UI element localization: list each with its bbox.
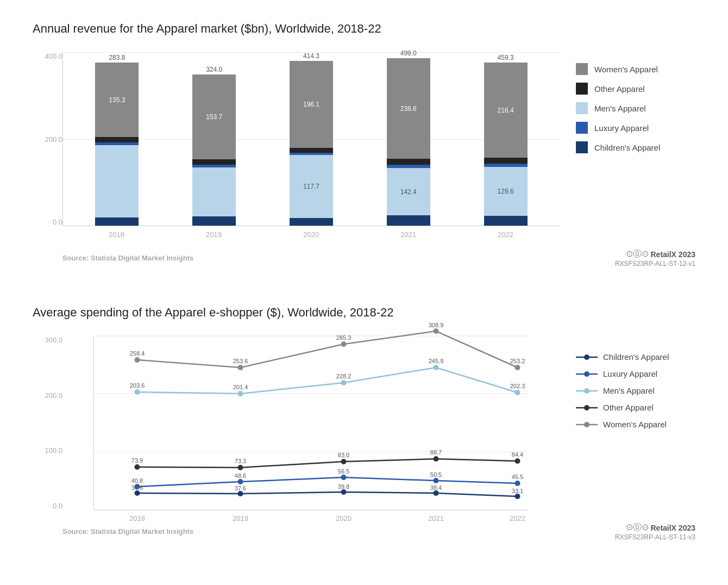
dot-other-2019 xyxy=(238,465,243,470)
dot-womens-2018 xyxy=(135,357,140,363)
chart1-container: 400.0 200.0 0.0 283.8 xyxy=(33,52,560,239)
bar-2021-top-label: 499.0 xyxy=(387,49,430,57)
legend-label-line-luxury: Luxury Apparel xyxy=(603,369,657,378)
cc-icon2: ⊙⓪⊙ xyxy=(626,522,649,533)
dot-luxury-2019 xyxy=(238,479,243,484)
label-mens-2022: 202.3 xyxy=(510,383,525,389)
legend-womens-apparel: Women's Apparel xyxy=(576,63,695,75)
label-other-2018: 73.9 xyxy=(131,457,143,464)
bar-2019: 324.0 153.7 xyxy=(192,66,236,226)
chart2-retailx: ⊙⓪⊙ RetailX 2023 RXSFS23RP-ALL-ST-11-v3 xyxy=(615,522,695,541)
y-label-400: 400.0 xyxy=(45,52,62,60)
legend-label-childrens: Children's Apparel xyxy=(594,143,660,152)
legend-other-apparel: Other Apparel xyxy=(576,83,695,95)
line-chart-svg: 258.4 253.6 285.3 308.9 253.2 xyxy=(62,336,560,510)
legend-line-luxury: Luxury Apparel xyxy=(576,369,695,378)
chart1-code: RXSFS23RP-ALL-ST-12-v1 xyxy=(615,260,695,267)
chart1-retailx: ⊙⓪⊙ RetailX 2023 RXSFS23RP-ALL-ST-12-v1 xyxy=(615,248,695,267)
dot-luxury-2022 xyxy=(515,481,520,486)
bar-2019-womens: 153.7 xyxy=(206,113,222,121)
legend-color-mens xyxy=(576,102,588,114)
label-mens-2018: 203.6 xyxy=(130,382,145,389)
legend-color-womens xyxy=(576,63,588,75)
bar-2021-mens: 142.4 xyxy=(400,188,417,196)
x2-label-2020: 2020 xyxy=(336,514,352,522)
dot-childrens-2022 xyxy=(515,494,520,499)
label-womens-2022: 253.2 xyxy=(510,358,525,364)
label-luxury-2022: 45.5 xyxy=(512,474,523,480)
chart2-area: 300.0 200.0 100.0 0.0 xyxy=(33,336,695,512)
x-label-2018: 2018 xyxy=(95,231,139,239)
legend-color-luxury xyxy=(576,122,588,134)
chart1-section: Annual revenue for the Apparel market ($… xyxy=(33,22,695,267)
legend-label-luxury: Luxury Apparel xyxy=(594,123,649,133)
svg-point-8 xyxy=(584,371,589,377)
line-womens xyxy=(137,331,518,368)
label-childrens-2022: 33.1 xyxy=(512,488,523,494)
chart2-code: RXSFS23RP-ALL-ST-11-v3 xyxy=(615,533,695,541)
label-other-2019: 73.3 xyxy=(235,458,246,464)
dot-other-2022 xyxy=(515,458,520,464)
legend-color-other xyxy=(576,83,588,95)
x2-label-2021: 2021 xyxy=(428,514,444,522)
line-mens xyxy=(137,368,518,394)
chart2-source: Source: Statista Digital Market Insights xyxy=(62,527,193,536)
dot-womens-2021 xyxy=(434,328,439,334)
chart1-legend: Women's Apparel Other Apparel Men's Appa… xyxy=(576,52,695,153)
chart2-legend: Children's Apparel Luxury Apparel Men's … xyxy=(576,336,695,429)
dot-womens-2019 xyxy=(238,365,243,370)
line-other xyxy=(137,459,518,468)
label-childrens-2019: 37.6 xyxy=(235,485,246,491)
label-womens-2021: 308.9 xyxy=(429,322,444,328)
bar-2022-top-label: 459.3 xyxy=(484,54,528,61)
dot-luxury-2021 xyxy=(434,478,439,483)
x-label-2021: 2021 xyxy=(387,231,430,239)
dot-childrens-2020 xyxy=(341,489,347,495)
label-childrens-2021: 38.4 xyxy=(430,484,442,491)
label-luxury-2018: 40.8 xyxy=(131,477,143,484)
legend-line-mens: Men's Apparel xyxy=(576,386,695,395)
dot-mens-2021 xyxy=(434,365,439,370)
svg-point-14 xyxy=(584,422,589,427)
dot-other-2021 xyxy=(434,456,439,462)
chart2-container: 300.0 200.0 100.0 0.0 xyxy=(33,336,560,512)
legend-line-svg-womens xyxy=(576,420,598,429)
dot-womens-2020 xyxy=(341,341,347,347)
svg-point-10 xyxy=(584,388,589,394)
dot-womens-2022 xyxy=(515,365,520,370)
dot-mens-2019 xyxy=(238,391,243,396)
x2-label-2018: 2018 xyxy=(129,514,145,522)
bar-2022-womens: 216.4 xyxy=(498,107,514,114)
bar-2018-womens: 135.3 xyxy=(109,96,125,104)
bar-2018: 283.8 135.3 xyxy=(95,54,139,226)
y-label-200: 200.0 xyxy=(45,135,62,144)
label-other-2022: 84.4 xyxy=(512,451,523,458)
bar-2022-mens: 129.6 xyxy=(498,188,514,195)
dot-mens-2020 xyxy=(341,380,347,385)
svg-point-6 xyxy=(584,354,589,360)
y2-label-300: 300.0 xyxy=(45,336,62,344)
y-label-0: 0.0 xyxy=(53,218,62,226)
dot-childrens-2018 xyxy=(135,490,140,496)
legend-label-line-childrens: Children's Apparel xyxy=(603,352,669,362)
legend-label-other: Other Apparel xyxy=(594,84,645,94)
dot-other-2020 xyxy=(341,459,347,464)
legend-childrens-apparel: Children's Apparel xyxy=(576,141,695,153)
cc-icon: ⊙⓪⊙ xyxy=(626,248,649,260)
line-childrens xyxy=(137,492,518,496)
bar-2019-top-label: 324.0 xyxy=(192,66,236,73)
dot-mens-2022 xyxy=(515,390,520,395)
chart1-area: 400.0 200.0 0.0 283.8 xyxy=(33,52,695,239)
legend-label-womens: Women's Apparel xyxy=(594,65,658,74)
bar-2020: 414.3 196.1 117.7 xyxy=(290,52,333,226)
bar-2020-top-label: 414.3 xyxy=(290,52,333,60)
label-womens-2020: 285.3 xyxy=(336,334,352,341)
legend-line-svg-luxury xyxy=(576,370,598,378)
label-womens-2018: 258.4 xyxy=(130,350,145,357)
label-womens-2019: 253.6 xyxy=(233,358,248,364)
legend-line-svg-mens xyxy=(576,387,598,395)
dot-other-2018 xyxy=(135,464,140,470)
legend-label-mens: Men's Apparel xyxy=(594,104,646,113)
line-luxury xyxy=(137,477,518,487)
dot-luxury-2020 xyxy=(341,475,347,480)
